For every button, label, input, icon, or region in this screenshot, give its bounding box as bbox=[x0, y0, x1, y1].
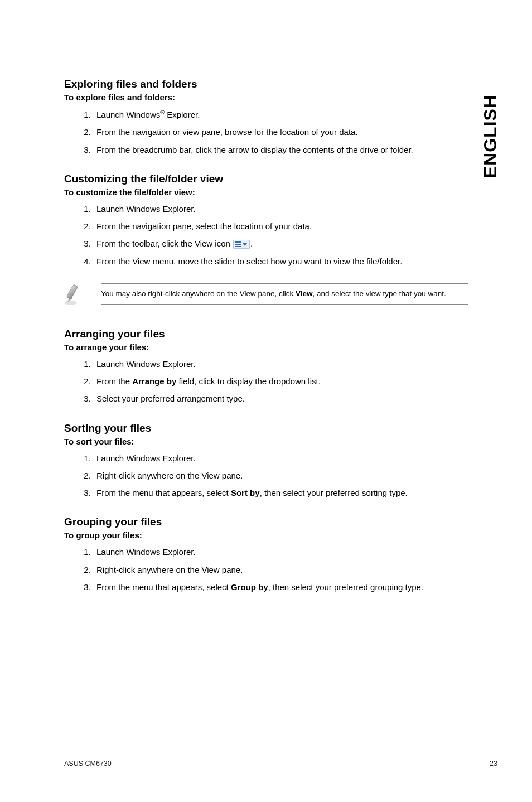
section-exploring: Exploring files and folders To explore f… bbox=[64, 78, 468, 156]
list-item: Launch Windows Explorer. bbox=[93, 452, 468, 465]
note-text: You may also right-click anywhere on the… bbox=[101, 283, 468, 305]
subheading-grouping: To group your files: bbox=[64, 530, 468, 540]
list-item: From the menu that appears, select Group… bbox=[93, 581, 468, 593]
list-item-text: From the bbox=[96, 376, 132, 386]
language-side-tab: ENGLISH bbox=[480, 95, 501, 178]
section-sorting: Sorting your files To sort your files: L… bbox=[64, 422, 468, 500]
svg-point-0 bbox=[65, 301, 77, 305]
list-item-text: Launch Windows bbox=[96, 110, 160, 119]
heading-grouping: Grouping your files bbox=[64, 516, 468, 528]
list-item-text: . bbox=[250, 239, 253, 248]
list-grouping: Launch Windows Explorer. Right-click any… bbox=[64, 545, 468, 593]
list-item: Right-click anywhere on the View pane. bbox=[93, 563, 468, 576]
note-bold: View bbox=[296, 289, 313, 298]
list-item-text: From the toolbar, click the View icon bbox=[96, 239, 233, 248]
subheading-sorting: To sort your files: bbox=[64, 437, 468, 446]
list-exploring: Launch Windows® Explorer. From the navig… bbox=[64, 108, 468, 156]
list-item: Launch Windows Explorer. bbox=[93, 545, 468, 558]
heading-arranging: Arranging your files bbox=[64, 328, 468, 340]
list-item: From the navigation or view pane, browse… bbox=[93, 125, 468, 138]
list-item: Launch Windows® Explorer. bbox=[93, 108, 468, 121]
list-item: Launch Windows Explorer. bbox=[93, 357, 468, 370]
pencil-note-icon bbox=[64, 282, 86, 308]
section-customizing: Customizing the file/folder view To cust… bbox=[64, 173, 468, 308]
note-post: , and select the view type that you want… bbox=[312, 289, 446, 298]
section-grouping: Grouping your files To group your files:… bbox=[64, 516, 468, 593]
list-item: From the toolbar, click the View icon . bbox=[93, 237, 468, 250]
list-item: Right-click anywhere on the View pane. bbox=[93, 469, 468, 482]
list-item: From the menu that appears, select Sort … bbox=[93, 486, 468, 499]
subheading-exploring: To explore files and folders: bbox=[64, 93, 468, 102]
list-item-bold: Arrange by bbox=[132, 376, 176, 386]
list-item-text: Explorer. bbox=[165, 110, 200, 119]
view-icon bbox=[233, 240, 250, 249]
list-item-bold: Group by bbox=[231, 582, 268, 592]
heading-exploring: Exploring files and folders bbox=[64, 78, 468, 90]
footer-left: ASUS CM6730 bbox=[64, 760, 112, 767]
list-arranging: Launch Windows Explorer. From the Arrang… bbox=[64, 357, 468, 405]
list-item: From the breadcrumb bar, click the arrow… bbox=[93, 143, 468, 156]
trademark-sup: ® bbox=[160, 109, 165, 115]
heading-customizing: Customizing the file/folder view bbox=[64, 173, 468, 185]
svg-rect-2 bbox=[66, 284, 78, 299]
page-footer: ASUS CM6730 23 bbox=[64, 757, 497, 767]
list-item-bold: Sort by bbox=[231, 488, 260, 497]
list-item: From the navigation pane, select the loc… bbox=[93, 220, 468, 233]
list-item-text: , then select your preferred grouping ty… bbox=[268, 582, 424, 592]
list-item-text: , then select your preferred sorting typ… bbox=[260, 488, 408, 497]
list-item: From the View menu, move the slider to s… bbox=[93, 255, 468, 268]
list-item: Select your preferred arrangement type. bbox=[93, 392, 468, 405]
subheading-customizing: To customize the file/folder view: bbox=[64, 187, 468, 197]
section-arranging: Arranging your files To arrange your fil… bbox=[64, 328, 468, 405]
list-item-text: From the menu that appears, select bbox=[96, 582, 231, 592]
subheading-arranging: To arrange your files: bbox=[64, 342, 468, 352]
list-customizing: Launch Windows Explorer. From the naviga… bbox=[64, 202, 468, 268]
heading-sorting: Sorting your files bbox=[64, 422, 468, 434]
note-pre: You may also right-click anywhere on the… bbox=[101, 289, 296, 298]
footer-page-number: 23 bbox=[490, 760, 497, 767]
page-body: Exploring files and folders To explore f… bbox=[0, 0, 532, 593]
list-item: From the Arrange by field, click to disp… bbox=[93, 375, 468, 388]
list-item-text: field, click to display the dropdown lis… bbox=[176, 376, 320, 386]
list-item-text: From the menu that appears, select bbox=[96, 488, 231, 497]
note-row: You may also right-click anywhere on the… bbox=[64, 283, 468, 308]
list-item: Launch Windows Explorer. bbox=[93, 202, 468, 215]
list-sorting: Launch Windows Explorer. Right-click any… bbox=[64, 452, 468, 500]
